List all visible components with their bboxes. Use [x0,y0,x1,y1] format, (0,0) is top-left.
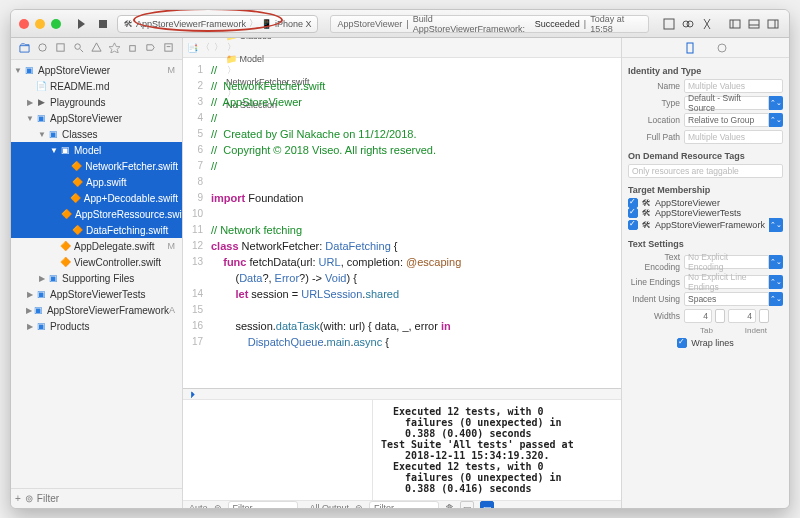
svg-point-3 [687,21,693,27]
tree-item[interactable]: 🔶ViewController.swift [11,254,182,270]
svg-point-18 [718,44,726,52]
debug-nav-tab[interactable] [127,42,138,55]
tree-item[interactable]: 🔶NetworkFetcher.swift [11,158,182,174]
trash-icon[interactable]: 🗑 [445,503,454,508]
symbol-nav-tab[interactable] [55,42,66,55]
scheme-icon: 🛠 [124,19,133,29]
tree-item[interactable]: ▼▣AppStoreViewerM [11,62,182,78]
tree-item[interactable]: ▼▣Model [11,142,182,158]
indent-stepper[interactable] [759,309,769,323]
ondemand-section: On Demand Resource Tags [628,151,783,161]
navigator-footer: + ⊚ [11,488,182,508]
add-icon[interactable]: + [15,493,21,504]
toggle-debug-icon[interactable] [746,16,762,32]
tree-item[interactable]: ▶▣Supporting Files [11,270,182,286]
report-nav-tab[interactable] [163,42,174,55]
variables-view[interactable] [183,400,373,500]
tree-item[interactable]: 🔶App.swift [11,174,182,190]
location-select[interactable]: Relative to Group [684,113,769,127]
navigator-tabs [11,38,182,60]
console-output[interactable]: Executed 12 tests, with 0 failures (0 un… [373,400,621,500]
type-select[interactable]: Default - Swift Source [684,96,769,110]
name-field[interactable]: Multiple Values [684,79,783,93]
close-window[interactable] [19,19,29,29]
tree-item[interactable]: ▼▣AppStoreViewer [11,110,182,126]
source-nav-tab[interactable] [37,42,48,55]
tree-item[interactable]: ▶▣AppStoreViewerTests [11,286,182,302]
target-check[interactable] [628,208,638,218]
svg-rect-4 [730,20,740,28]
zoom-window[interactable] [51,19,61,29]
toggle-navigator-icon[interactable] [727,16,743,32]
tree-item[interactable]: ▶▶Playgrounds [11,94,182,110]
lineendings-select[interactable]: No Explicit Line Endings [684,275,769,289]
chevron-updown-icon[interactable]: ⌃⌄ [769,113,783,127]
navigator-filter[interactable] [37,493,178,504]
indent-select[interactable]: Spaces [684,292,769,306]
tree-item[interactable]: 📄README.md [11,78,182,94]
variables-filter[interactable] [228,501,298,508]
status-project: AppStoreViewer [337,19,402,29]
encoding-select[interactable]: No Explicit Encoding [684,255,769,269]
debug-toolbar: ⏵ [183,389,621,400]
breakpoint-toggle-icon[interactable]: ⏵ [189,389,198,399]
editor-version-icon[interactable] [699,16,715,32]
tree-item[interactable]: ▶▣AppStoreViewerFrameworkA [11,302,182,318]
indent-width[interactable]: 4 [728,309,756,323]
chevron-updown-icon[interactable]: ⌃⌄ [769,96,783,110]
status-result: Succeeded [535,19,580,29]
minimize-window[interactable] [35,19,45,29]
status-action: Build AppStoreViewerFramework: [413,14,531,34]
find-nav-tab[interactable] [73,42,84,55]
tree-item[interactable]: ▶▣Products [11,318,182,334]
hide-console-icon[interactable]: ▭ [480,501,494,508]
main-area: ▼▣AppStoreViewerM📄README.md▶▶Playgrounds… [11,38,789,508]
editor-assistant-icon[interactable] [680,16,696,32]
test-nav-tab[interactable] [109,42,120,55]
target-check[interactable] [628,220,638,230]
inspector: Identity and Type NameMultiple Values Ty… [621,38,789,508]
editor-standard-icon[interactable] [661,16,677,32]
history-inspector-tab[interactable] [715,41,729,55]
identity-section: Identity and Type [628,66,783,76]
wrap-lines-check[interactable] [677,338,687,348]
jump-bar[interactable]: 📑 〈〉 📁 AppStoreViewer〉📁 AppStoreViewer〉📁… [183,38,621,58]
scheme-target: AppStoreViewerFramework [136,19,246,29]
svg-rect-1 [664,19,674,29]
project-tree[interactable]: ▼▣AppStoreViewerM📄README.md▶▶Playgrounds… [11,60,182,488]
window-controls [19,19,61,29]
target-section: Target Membership [628,185,783,195]
file-inspector-tab[interactable] [683,41,697,55]
breadcrumb[interactable]: 📁 Classes [226,38,310,41]
scheme-selector[interactable]: 🛠 AppStoreViewerFramework 〉 📱 iPhone X [117,15,318,33]
auto-label[interactable]: Auto [189,503,208,508]
tree-item[interactable]: 🔶App+Decodable.swift [11,190,182,206]
breakpoint-nav-tab[interactable] [145,42,156,55]
hide-vars-icon[interactable]: ▭ [460,501,474,508]
svg-point-10 [38,44,45,51]
console-filter[interactable] [369,501,439,508]
toolbar-right [661,16,781,32]
tree-item[interactable]: ▼▣Classes [11,126,182,142]
svg-rect-11 [57,44,64,51]
tab-width[interactable]: 4 [684,309,712,323]
tree-item[interactable]: 🔶DataFetching.swift [11,222,182,238]
tree-item[interactable]: 🔶AppDelegate.swiftM [11,238,182,254]
tab-stepper[interactable] [715,309,725,323]
source-editor[interactable]: 1//2// NetworkFetcher.swift3// AppStoreV… [183,58,621,388]
filter-icon[interactable]: ⊚ [25,493,33,504]
all-output-label[interactable]: All Output [310,503,350,508]
tree-item[interactable]: 🔶AppStoreRessource.swift [11,206,182,222]
project-nav-tab[interactable] [19,42,30,55]
svg-rect-8 [768,20,778,28]
toggle-inspector-icon[interactable] [765,16,781,32]
activity-viewer: AppStoreViewer | Build AppStoreViewerFra… [330,15,649,33]
navigator: ▼▣AppStoreViewerM📄README.md▶▶Playgrounds… [11,38,183,508]
scheme-device: iPhone X [275,19,312,29]
issue-nav-tab[interactable] [91,42,102,55]
stop-button[interactable] [95,16,111,32]
svg-rect-17 [687,43,693,53]
text-section: Text Settings [628,239,783,249]
related-items-icon[interactable]: 📑 [187,43,198,53]
run-button[interactable] [73,16,89,32]
